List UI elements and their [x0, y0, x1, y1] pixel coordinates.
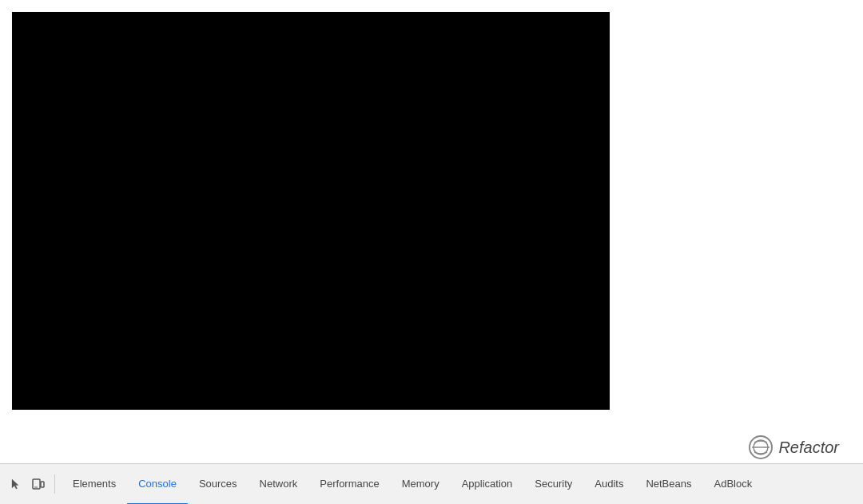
tab-netbeans[interactable]: NetBeans [634, 464, 702, 505]
devtools-tabs: Elements Console Sources Network Perform… [62, 464, 763, 504]
tab-memory[interactable]: Memory [391, 464, 451, 505]
tab-adblock[interactable]: AdBlock [702, 464, 763, 505]
black-panel [12, 12, 610, 410]
device-toggle-icon[interactable] [29, 474, 48, 494]
tab-network[interactable]: Network [249, 464, 309, 505]
refactor-logo: Refactor [748, 435, 839, 460]
refactor-logo-text: Refactor [778, 439, 839, 457]
tab-audits[interactable]: Audits [583, 464, 634, 505]
cursor-icon[interactable] [6, 474, 26, 494]
refactor-logo-icon [748, 435, 774, 460]
devtools-bar: Elements Console Sources Network Perform… [0, 463, 863, 504]
devtools-icons-group [6, 474, 55, 494]
svg-rect-4 [41, 482, 44, 487]
tab-performance[interactable]: Performance [308, 464, 390, 505]
tab-console[interactable]: Console [127, 464, 188, 505]
tab-security[interactable]: Security [523, 464, 583, 505]
tab-sources[interactable]: Sources [188, 464, 249, 505]
tab-application[interactable]: Application [451, 464, 524, 505]
main-content [0, 0, 863, 463]
tab-elements[interactable]: Elements [62, 464, 127, 505]
